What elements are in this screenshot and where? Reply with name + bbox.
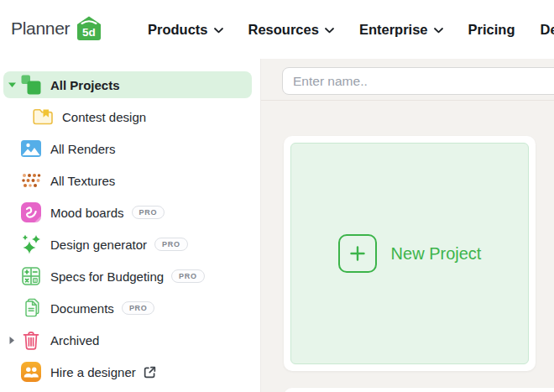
sidebar-item-all-textures[interactable]: All Textures [0, 165, 252, 196]
new-project-card-inner[interactable]: New Project [290, 143, 529, 364]
pro-badge: PRO [171, 269, 205, 283]
sidebar-item-all-renders[interactable]: All Renders [0, 133, 252, 165]
chevron-down-icon [325, 28, 334, 34]
logo-house-icon: 5d [74, 14, 104, 43]
sidebar-item-design-generator[interactable]: Design generator PRO [0, 228, 252, 260]
sidebar-item-all-projects[interactable]: All Projects [3, 71, 252, 98]
sidebar-item-label: Archived [50, 333, 99, 348]
sidebar-item-archived[interactable]: Archived [0, 324, 252, 356]
project-card-partial[interactable] [284, 388, 554, 392]
sidebar-item-hire-a-designer[interactable]: Hire a designer [0, 356, 252, 388]
sidebar-item-label: Specs for Budgeting [50, 269, 164, 284]
main-content: New Project [260, 59, 554, 392]
sidebar-item-label: Design generator [50, 238, 147, 252]
pro-badge: PRO [132, 206, 165, 219]
sidebar-item-mood-boards[interactable]: Mood boards PRO [0, 196, 252, 228]
planner5d-logo[interactable]: Planner 5d [11, 14, 104, 43]
sidebar-item-label: All Renders [50, 142, 116, 156]
chevron-down-icon [214, 28, 223, 34]
plus-icon [338, 234, 377, 273]
nav-item-pricing[interactable]: Pricing [468, 22, 515, 38]
people-icon [20, 361, 42, 383]
sparkles-icon [20, 233, 42, 255]
expander-down-icon[interactable] [3, 82, 20, 87]
main-nav: Products Resources Enterprise Pricing De… [148, 0, 554, 59]
new-project-card[interactable]: New Project [284, 136, 536, 371]
moodboard-squiggle-icon [20, 201, 42, 223]
nav-item-products[interactable]: Products [148, 22, 223, 38]
nav-item-resources[interactable]: Resources [248, 22, 334, 38]
projects-sidebar: All Projects Contest design All Renders [0, 59, 260, 392]
documents-icon [20, 297, 42, 319]
trash-icon [20, 329, 42, 351]
chevron-down-icon [434, 28, 443, 34]
pro-badge: PRO [122, 301, 155, 315]
nav-item-design-truncated[interactable]: Des [540, 22, 554, 38]
sidebar-item-label: Mood boards [50, 206, 124, 220]
sidebar-item-specs-for-budgeting[interactable]: Specs for Budgeting PRO [0, 260, 252, 292]
sidebar-item-label: All Projects [50, 78, 120, 92]
renders-image-icon [20, 138, 42, 159]
folder-icon [32, 106, 54, 128]
new-project-label: New Project [391, 244, 482, 264]
sidebar-item-contest-design[interactable]: Contest design [0, 101, 252, 133]
sidebar-item-label: Hire a designer [50, 365, 136, 379]
sidebar-item-label: All Textures [50, 174, 115, 188]
project-name-input[interactable] [282, 67, 554, 95]
projects-squares-icon [20, 74, 42, 96]
sidebar-item-label: Contest design [62, 110, 146, 124]
logo-brand-text: Planner [11, 18, 70, 39]
projects-toolbar [261, 59, 554, 101]
sidebar-item-label: Documents [50, 301, 114, 316]
sidebar-item-documents[interactable]: Documents PRO [0, 292, 252, 324]
nav-item-enterprise[interactable]: Enterprise [359, 22, 443, 38]
top-navigation-bar: Planner 5d Products Resources Enterprise [0, 0, 554, 59]
expander-right-icon[interactable] [3, 337, 20, 344]
external-link-icon [143, 365, 157, 379]
textures-dots-icon [20, 170, 42, 191]
svg-text:5d: 5d [82, 26, 96, 39]
pro-badge: PRO [154, 238, 188, 251]
calculator-icon [20, 265, 42, 287]
